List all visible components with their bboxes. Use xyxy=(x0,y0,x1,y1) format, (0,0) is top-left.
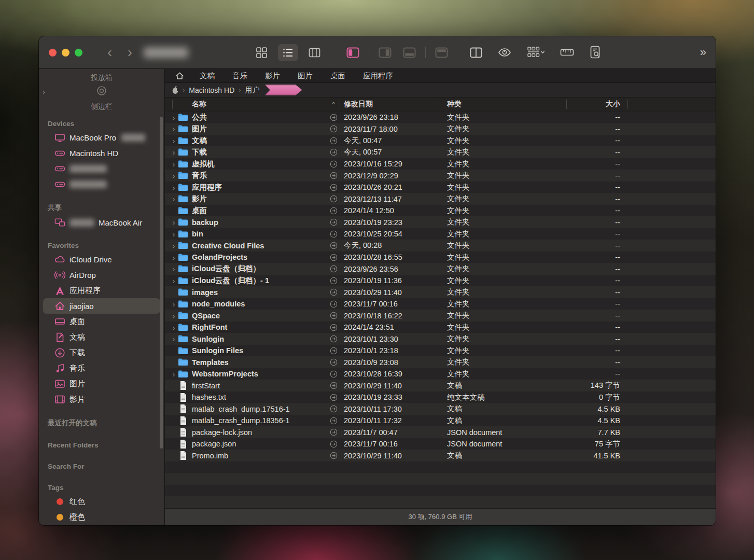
sidebar-item-下载[interactable]: 下载 xyxy=(43,345,160,360)
zoom-window-button[interactable] xyxy=(75,49,82,57)
sidebar-item-jiaojiao[interactable]: jiaojiao xyxy=(43,298,160,314)
ruler-icon[interactable] xyxy=(556,46,578,59)
cloud-status-icon[interactable] xyxy=(327,230,340,238)
file-row[interactable]: ›文稿今天, 00:47文件夹-- xyxy=(165,135,716,147)
cloud-status-icon[interactable] xyxy=(327,160,340,168)
cloud-status-icon[interactable] xyxy=(327,114,340,121)
cloud-status-icon[interactable] xyxy=(327,417,340,425)
disclosure-chevron-icon[interactable]: › xyxy=(170,230,177,238)
file-row[interactable]: ›Sunlogin2023/10/1 23:30文件夹-- xyxy=(165,333,716,345)
forward-button[interactable]: › xyxy=(124,46,135,60)
disclosure-chevron-icon[interactable]: › xyxy=(170,300,177,308)
disclosure-chevron-icon[interactable]: › xyxy=(170,218,177,226)
file-row[interactable]: ›QSpace2023/10/18 16:22文件夹-- xyxy=(165,310,716,322)
disclosure-chevron-icon[interactable]: › xyxy=(170,277,177,285)
sidebar-item-文稿[interactable]: 文稿 xyxy=(43,329,160,345)
file-row[interactable]: package-lock.json2023/11/7 00:47JSON doc… xyxy=(165,427,716,439)
sidebar-item-红色[interactable]: 红色 xyxy=(43,494,160,509)
column-divider[interactable] xyxy=(627,100,628,109)
file-row[interactable]: ›node_modules2023/11/7 00:16文件夹-- xyxy=(165,298,716,310)
cloud-status-icon[interactable] xyxy=(327,428,340,436)
cloud-status-icon[interactable] xyxy=(327,312,340,319)
column-divider[interactable] xyxy=(566,100,567,109)
file-row[interactable]: ›音乐2023/12/9 02:29文件夹-- xyxy=(165,170,716,182)
file-row[interactable]: ›下载今天, 00:57文件夹-- xyxy=(165,147,716,159)
column-header-kind[interactable]: 种类 xyxy=(439,100,566,109)
file-row[interactable]: package.json2023/11/7 00:16JSON document… xyxy=(165,438,716,450)
cloud-status-icon[interactable] xyxy=(327,277,340,285)
cloud-status-icon[interactable] xyxy=(327,207,340,215)
cloud-status-icon[interactable] xyxy=(327,195,340,203)
file-row[interactable]: ›影片2023/12/13 11:47文件夹-- xyxy=(165,193,716,205)
disclosure-chevron-icon[interactable]: › xyxy=(170,312,177,319)
breadcrumb-users[interactable]: 用户 xyxy=(244,86,261,95)
cloud-status-icon[interactable] xyxy=(327,242,340,249)
cloud-status-icon[interactable] xyxy=(327,452,340,459)
sidebar-item-MacBook Air[interactable]: MacBook Air xyxy=(43,215,160,230)
cloud-status-icon[interactable] xyxy=(327,172,340,179)
file-row[interactable]: Templates2023/10/9 23:08文件夹-- xyxy=(165,357,716,369)
cloud-status-icon[interactable] xyxy=(327,137,340,145)
column-header-name[interactable]: 名称 xyxy=(189,100,327,109)
shortcut-tab-桌面[interactable]: 桌面 xyxy=(330,71,345,81)
sidebar-item-应用程序[interactable]: 应用程序 xyxy=(43,283,160,298)
column-divider[interactable] xyxy=(340,100,340,109)
disclosure-chevron-icon[interactable]: › xyxy=(170,195,177,203)
shortcut-tab-图片[interactable]: 图片 xyxy=(298,71,313,81)
column-divider[interactable] xyxy=(439,100,439,109)
sidebar-scrollbar[interactable] xyxy=(160,117,163,449)
cloud-status-icon[interactable] xyxy=(327,300,340,308)
cloud-status-icon[interactable] xyxy=(327,347,340,355)
disclosure-chevron-icon[interactable]: › xyxy=(170,137,177,145)
file-row[interactable]: ›虚拟机2023/10/16 15:29文件夹-- xyxy=(165,158,716,170)
cloud-status-icon[interactable] xyxy=(327,254,340,261)
cloud-status-icon[interactable] xyxy=(327,265,340,273)
home-shortcut-icon[interactable] xyxy=(175,72,184,80)
cloud-status-icon[interactable] xyxy=(327,370,340,378)
quick-look-eye-icon[interactable] xyxy=(494,45,515,60)
cloud-status-icon[interactable] xyxy=(327,218,340,226)
cloud-status-icon[interactable] xyxy=(327,382,340,389)
disclosure-chevron-icon[interactable]: › xyxy=(170,242,177,249)
disclosure-chevron-icon[interactable]: › xyxy=(170,184,177,191)
cloud-status-icon[interactable] xyxy=(327,148,340,156)
cloud-status-icon[interactable] xyxy=(327,358,340,366)
file-row[interactable]: ›GolandProjects2023/10/28 16:55文件夹-- xyxy=(165,251,716,263)
sidebar-item-redacted[interactable] xyxy=(43,161,160,176)
sidebar-item-图片[interactable]: 图片 xyxy=(43,376,160,391)
panel-left-icon[interactable] xyxy=(342,45,364,61)
sidebar-item-桌面[interactable]: 桌面 xyxy=(43,314,160,329)
toolbar-overflow-icon[interactable]: » xyxy=(700,46,706,59)
sidebar-item-影片[interactable]: 影片 xyxy=(43,391,160,407)
grid-view-icon[interactable] xyxy=(252,44,272,61)
disclosure-chevron-icon[interactable]: › xyxy=(170,148,177,156)
shortcut-tab-音乐[interactable]: 音乐 xyxy=(232,71,247,81)
disclosure-chevron-icon[interactable]: › xyxy=(170,265,177,273)
group-sort-icon[interactable] xyxy=(523,44,549,61)
disclosure-chevron-icon[interactable]: › xyxy=(170,172,177,179)
minimize-window-button[interactable] xyxy=(62,49,69,57)
panel-top-icon[interactable] xyxy=(431,45,452,61)
disclosure-chevron-icon[interactable]: › xyxy=(170,114,177,121)
breadcrumb-username-redacted[interactable] xyxy=(265,85,302,95)
cloud-status-icon[interactable] xyxy=(327,335,340,343)
cloud-status-icon[interactable] xyxy=(327,125,340,133)
close-window-button[interactable] xyxy=(49,49,57,57)
file-row[interactable]: Sunlogin Files2023/10/1 23:18文件夹-- xyxy=(165,345,716,357)
dropbox-disclosure-icon[interactable]: › xyxy=(43,87,45,96)
sidebar-item-iCloud Drive[interactable]: iCloud Drive xyxy=(43,251,160,267)
file-row[interactable]: firstStart2023/10/29 11:40文稿143 字节 xyxy=(165,380,716,392)
file-row[interactable]: 桌面2024/1/4 12:50文件夹-- xyxy=(165,205,716,217)
file-row[interactable]: ›公共2023/9/26 23:18文件夹-- xyxy=(165,111,716,123)
sidebar-item-音乐[interactable]: 音乐 xyxy=(43,360,160,376)
file-row[interactable]: ›backup2023/10/19 23:23文件夹-- xyxy=(165,217,716,229)
file-row[interactable]: ›RightFont2024/1/4 23:51文件夹-- xyxy=(165,321,716,333)
file-row[interactable]: ›bin2023/10/25 20:54文件夹-- xyxy=(165,228,716,240)
sidebar-item-AirDrop[interactable]: AirDrop xyxy=(43,267,160,283)
dropbox-target-icon[interactable] xyxy=(96,85,107,98)
split-view-icon[interactable] xyxy=(466,45,486,61)
breadcrumb-macintosh-hd[interactable]: Macintosh HD xyxy=(188,86,235,94)
panel-bottom-icon[interactable] xyxy=(399,45,420,61)
disclosure-chevron-icon[interactable]: › xyxy=(170,160,177,168)
cloud-status-icon[interactable] xyxy=(327,440,340,448)
